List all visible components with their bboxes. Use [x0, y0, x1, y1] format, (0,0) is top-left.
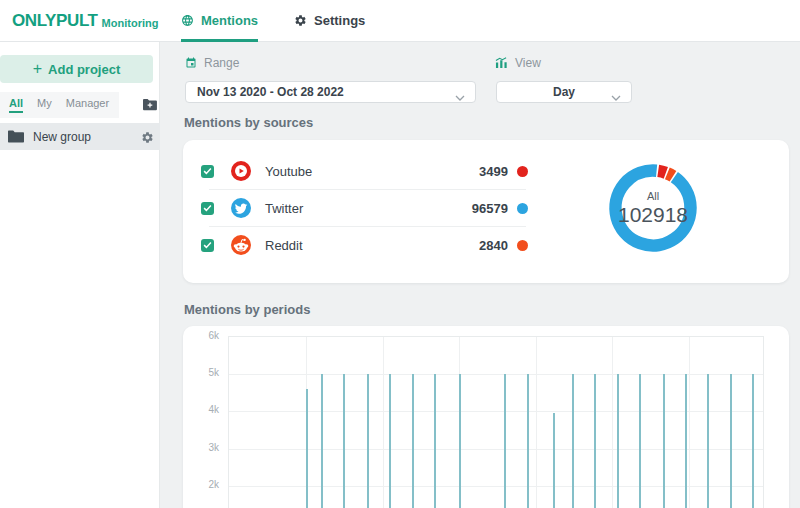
brand-suffix: Monitoring: [102, 17, 159, 29]
tab-settings-label: Settings: [314, 13, 365, 28]
source-count: 2840: [479, 238, 508, 253]
periods-bar-chart: [228, 336, 764, 508]
source-row-youtube: Youtube 3499: [201, 153, 528, 189]
bar: [617, 374, 619, 508]
sources-card: Youtube 3499 Twitter 96579: [183, 140, 789, 283]
tab-settings[interactable]: Settings: [294, 0, 365, 42]
source-count: 96579: [472, 201, 508, 216]
chevron-down-icon: [611, 90, 621, 104]
source-row-twitter: Twitter 96579: [201, 190, 528, 226]
source-count: 3499: [479, 164, 508, 179]
check-icon: [203, 204, 212, 212]
gridline-horizontal: [229, 486, 763, 487]
group-settings-gear-icon[interactable]: [141, 130, 154, 148]
add-project-button[interactable]: + Add project: [0, 55, 153, 83]
bar: [639, 374, 641, 508]
sources-donut-chart: All 102918: [603, 158, 703, 258]
donut-segment-twitter: [615, 170, 690, 245]
source-name: Youtube: [265, 164, 312, 179]
bar: [594, 374, 596, 508]
range-label: Range: [185, 56, 239, 70]
bar: [306, 389, 308, 508]
bar: [553, 413, 555, 508]
bar: [707, 374, 709, 508]
view-label-text: View: [515, 56, 541, 70]
sidebar: + Add project All My Manager New group: [0, 42, 160, 508]
y-axis-tick: 5k: [189, 367, 219, 378]
bar: [504, 374, 506, 508]
donut-segment-youtube: [658, 171, 666, 173]
periods-section-title: Mentions by periods: [184, 302, 310, 317]
tab-mentions[interactable]: Mentions: [181, 0, 258, 42]
youtube-color-dot: [517, 166, 528, 177]
app-window: ONLYPULT Monitoring Mentions Settings + …: [0, 0, 800, 508]
reddit-checkbox[interactable]: [201, 239, 214, 252]
bar: [434, 374, 436, 508]
twitter-checkbox[interactable]: [201, 202, 214, 215]
view-select[interactable]: Day: [496, 81, 632, 103]
gridline-horizontal: [229, 374, 763, 375]
bar: [730, 374, 732, 508]
donut-segment-reddit: [667, 173, 673, 176]
calendar-icon: [185, 57, 197, 69]
source-row-reddit: Reddit 2840: [201, 227, 528, 263]
reddit-icon: [231, 235, 251, 255]
view-label: View: [495, 56, 541, 70]
y-axis-tick: 2k: [189, 479, 219, 490]
globe-icon: [181, 14, 194, 27]
youtube-icon: [231, 161, 251, 181]
sources-section-title: Mentions by sources: [184, 115, 313, 130]
bar: [321, 374, 323, 508]
bar: [527, 374, 529, 508]
bar: [389, 374, 391, 508]
twitter-color-dot: [517, 203, 528, 214]
gridline-vertical: [612, 337, 613, 508]
y-axis-tick: 6k: [189, 330, 219, 341]
source-name: Reddit: [265, 238, 303, 253]
view-value: Day: [553, 85, 575, 99]
gridline-horizontal: [229, 411, 763, 412]
gear-icon: [294, 14, 307, 27]
top-header: ONLYPULT Monitoring Mentions Settings: [0, 0, 800, 42]
tab-all[interactable]: All: [9, 97, 23, 113]
range-label-text: Range: [204, 56, 239, 70]
tab-manager[interactable]: Manager: [66, 97, 109, 113]
app-logo: ONLYPULT Monitoring: [12, 0, 158, 42]
plus-icon: +: [33, 61, 42, 77]
gridline-vertical: [383, 337, 384, 508]
gridline-vertical: [536, 337, 537, 508]
y-axis-tick: 3k: [189, 442, 219, 453]
gridline-vertical: [689, 337, 690, 508]
twitter-icon: [231, 198, 251, 218]
bar: [367, 374, 369, 508]
bar: [663, 374, 665, 508]
source-name: Twitter: [265, 201, 303, 216]
chart-bars-icon: [495, 57, 508, 69]
periods-card: 6k5k4k3k2k: [183, 326, 789, 508]
y-axis-tick: 4k: [189, 404, 219, 415]
bar: [459, 374, 461, 508]
add-project-label: Add project: [48, 62, 120, 77]
chevron-down-icon: [455, 90, 465, 104]
date-range-value: Nov 13 2020 - Oct 28 2022: [197, 85, 344, 99]
bar: [572, 374, 574, 508]
add-folder-icon[interactable]: [142, 97, 157, 110]
check-icon: [203, 241, 212, 249]
sidebar-item-new-group[interactable]: New group: [0, 123, 160, 150]
tab-my[interactable]: My: [37, 97, 52, 113]
tab-mentions-label: Mentions: [201, 13, 258, 28]
gridline-horizontal: [229, 449, 763, 450]
date-range-select[interactable]: Nov 13 2020 - Oct 28 2022: [185, 81, 476, 103]
project-filter-tabs: All My Manager: [0, 92, 119, 118]
group-name: New group: [33, 130, 91, 144]
folder-icon: [8, 130, 24, 143]
bar: [412, 374, 414, 508]
brand-name: ONLYPULT: [12, 11, 98, 31]
header-tabs: Mentions Settings: [181, 0, 365, 42]
bar: [685, 374, 687, 508]
check-icon: [203, 167, 212, 175]
main-content: Range Nov 13 2020 - Oct 28 2022 View Day…: [160, 42, 800, 508]
reddit-color-dot: [517, 240, 528, 251]
bar: [752, 374, 754, 508]
youtube-checkbox[interactable]: [201, 165, 214, 178]
